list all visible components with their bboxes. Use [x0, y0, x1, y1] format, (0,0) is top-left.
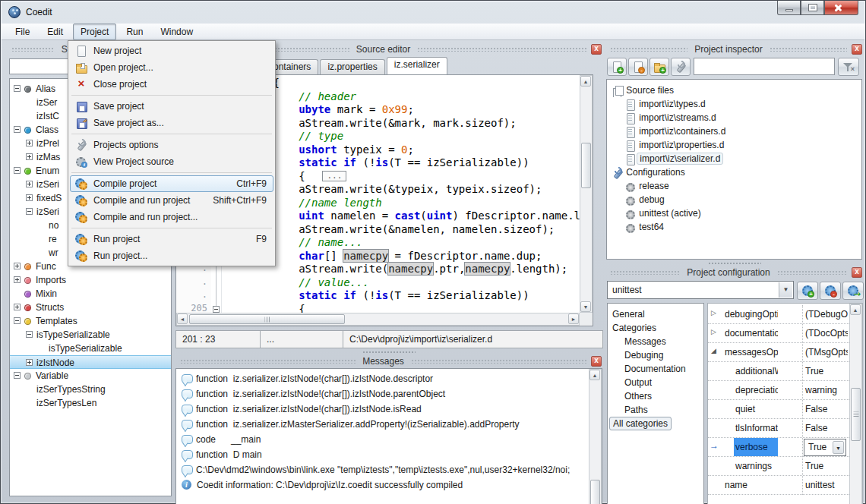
expand-icon[interactable] [26, 181, 33, 187]
drag-grip[interactable] [180, 358, 356, 364]
tree-item-istypeserializable[interactable]: isTypeSerializable [10, 328, 171, 342]
collapse-icon[interactable] [26, 331, 33, 338]
grid-row-documentationopt[interactable]: ▷documentationOpt(TDocOpts) [708, 324, 849, 343]
menu-item-new-project[interactable]: New project [70, 43, 273, 59]
collapse-icon[interactable] [14, 85, 21, 92]
message-item[interactable]: Coedit information: C:\Dev\dproj\iz\Iz.c… [178, 477, 586, 493]
message-item[interactable]: function iz.serializer.izIstNode!(char[]… [178, 371, 586, 386]
scroll-up-icon[interactable]: ▲ [589, 370, 600, 380]
inspector-item-test64[interactable]: test64 [607, 220, 861, 234]
category-debuging[interactable]: Debuging [608, 348, 703, 362]
inspector-item-source-files[interactable]: Source files [607, 83, 861, 97]
tree-item-izistnode[interactable]: izIstNode [10, 355, 171, 369]
chevron-down-icon[interactable]: ▼ [833, 441, 844, 454]
drag-grip[interactable] [777, 269, 847, 275]
title-bar[interactable]: Coedit [1, 1, 865, 24]
category-documentation[interactable]: Documentation [608, 362, 703, 376]
tree-item-imports[interactable]: Imports [10, 273, 171, 287]
add-source-folder-button[interactable] [650, 58, 669, 76]
option-value-dropdown[interactable]: True▼ [804, 439, 846, 456]
grid-row-additionalwarni[interactable]: additionalWarniTrue [708, 362, 849, 381]
scroll-down-icon[interactable]: ▼ [580, 301, 591, 312]
menu-item-compile-and-run-project[interactable]: Compile and run project... [70, 209, 273, 225]
expand-icon[interactable] [26, 194, 33, 201]
menu-window[interactable]: Window [153, 24, 201, 40]
collapse-icon[interactable] [14, 167, 21, 174]
inspector-item-import-iz-properties-d[interactable]: import\iz\properties.d [607, 138, 861, 152]
scroll-right-icon[interactable]: ► [568, 313, 579, 324]
menu-item-view-project-source[interactable]: View Project source [70, 153, 273, 170]
message-item[interactable]: function iz.serializer.izMasterSerialize… [178, 417, 586, 432]
menu-item-compile-project[interactable]: Compile projectCtrl+F9 [70, 175, 273, 192]
grid-row-tlsinformations[interactable]: tlsInformationsFalse [708, 419, 849, 438]
message-item[interactable]: C:\Dev\dmd2\windows\bin\link.exe "temp\i… [178, 462, 586, 477]
grid-row-messagesoptions[interactable]: ◢messagesOptions(TMsgOpts) [708, 343, 849, 362]
scroll-left-icon[interactable]: ◄ [177, 313, 188, 324]
add-configuration-button[interactable] [797, 282, 818, 300]
folded-block-icon[interactable]: ... [322, 171, 346, 181]
menu-project[interactable]: Project [73, 24, 116, 40]
message-item[interactable]: code __main [178, 432, 586, 447]
grid-scrollbar[interactable]: ▲ ▼ [849, 304, 862, 504]
category-messages[interactable]: Messages [608, 335, 703, 348]
remove-configuration-button[interactable] [820, 282, 841, 300]
menu-item-projects-options[interactable]: Projects options [70, 137, 273, 153]
collapse-icon[interactable] [26, 208, 33, 215]
menu-item-close-project[interactable]: Close project [70, 76, 273, 93]
inspector-item-import-iz-types-d[interactable]: import\iz\types.d [607, 97, 861, 111]
inspector-item-import-iz-serializer-d[interactable]: import\iz\serializer.d [607, 152, 861, 165]
collapse-icon[interactable]: ◢ [711, 347, 716, 354]
remove-source-button[interactable] [628, 58, 648, 76]
inspector-item-unittest-active[interactable]: unittest (active) [607, 206, 861, 220]
tree-item-izsertypeslen[interactable]: izSerTypesLen [10, 396, 171, 410]
tab-iz-properties[interactable]: iz.properties [320, 59, 384, 74]
configuration-select[interactable]: unittest ▼ [607, 281, 794, 299]
options-property-grid[interactable]: ▲ ▼ ▷debugingOptions(TDebugOp▷documentat… [707, 303, 863, 504]
grid-row-verbose[interactable]: →verboseTrue▼ [708, 438, 849, 457]
grid-row-name[interactable]: nameunittest [708, 476, 849, 495]
inspector-item-release[interactable]: release [607, 179, 861, 193]
close-source-editor-icon[interactable] [591, 44, 602, 55]
menu-item-save-project[interactable]: Save project [70, 98, 273, 115]
message-item[interactable]: function D main [178, 447, 586, 462]
close-messages-icon[interactable] [591, 356, 602, 367]
collapse-icon[interactable] [14, 126, 21, 133]
message-item[interactable]: function iz.serializer.izIstNode!(char[]… [178, 402, 586, 417]
menu-item-compile-and-run-project[interactable]: Compile and run projectShift+Ctrl+F9 [70, 192, 273, 209]
tree-item-templates[interactable]: Templates [10, 314, 171, 328]
tree-item-structs[interactable]: Structs [10, 301, 171, 314]
option-categories-list[interactable]: GeneralCategoriesMessagesDebugingDocumen… [607, 303, 704, 504]
inspector-filter-input[interactable] [694, 58, 835, 75]
editor-horizontal-scrollbar[interactable]: ◄ ► [176, 313, 580, 326]
messages-list[interactable]: function iz.serializer.izIstNode!(char[]… [175, 368, 602, 504]
drag-grip[interactable] [610, 46, 687, 52]
message-item[interactable]: function iz.serializer.izIstNode!(char[]… [178, 386, 586, 402]
grid-row-quiet[interactable]: quietFalse [708, 400, 849, 419]
scroll-up-icon[interactable]: ▲ [850, 304, 861, 315]
add-source-button[interactable] [607, 58, 627, 76]
category-output[interactable]: Output [608, 376, 703, 389]
scroll-up-icon[interactable]: ▲ [580, 76, 591, 87]
chevron-down-icon[interactable]: ▼ [779, 282, 792, 298]
close-project-inspector-icon[interactable] [852, 44, 862, 55]
messages-scrollbar[interactable]: ▲ ▼ [589, 369, 602, 504]
expand-icon[interactable] [14, 276, 21, 283]
drag-grip[interactable] [411, 358, 586, 364]
expand-icon[interactable] [14, 263, 21, 269]
project-inspector-title[interactable]: Project inspector [605, 43, 863, 55]
menu-item-run-project[interactable]: Run project... [70, 247, 273, 264]
tree-item-variable[interactable]: Variable [10, 369, 171, 383]
project-configuration-title[interactable]: Project configuration [605, 266, 863, 279]
tree-item-izsertypesstring[interactable]: izSerTypesString [10, 383, 171, 396]
category-others[interactable]: Others [608, 389, 703, 403]
tree-item-istypeserializable[interactable]: isTypeSerializable [10, 342, 171, 355]
drag-grip[interactable] [417, 46, 586, 52]
activate-configuration-button[interactable] [842, 282, 864, 300]
menu-item-save-project-as[interactable]: Save project as... [70, 115, 273, 131]
category-all-categories[interactable]: All categories [608, 417, 703, 430]
expand-icon[interactable] [14, 304, 21, 310]
close-project-configuration-icon[interactable] [852, 267, 862, 278]
grid-row-depreciationhan[interactable]: depreciationHanwarning [708, 381, 849, 400]
drag-grip[interactable] [770, 46, 847, 52]
messages-title[interactable]: Messages [175, 354, 602, 367]
